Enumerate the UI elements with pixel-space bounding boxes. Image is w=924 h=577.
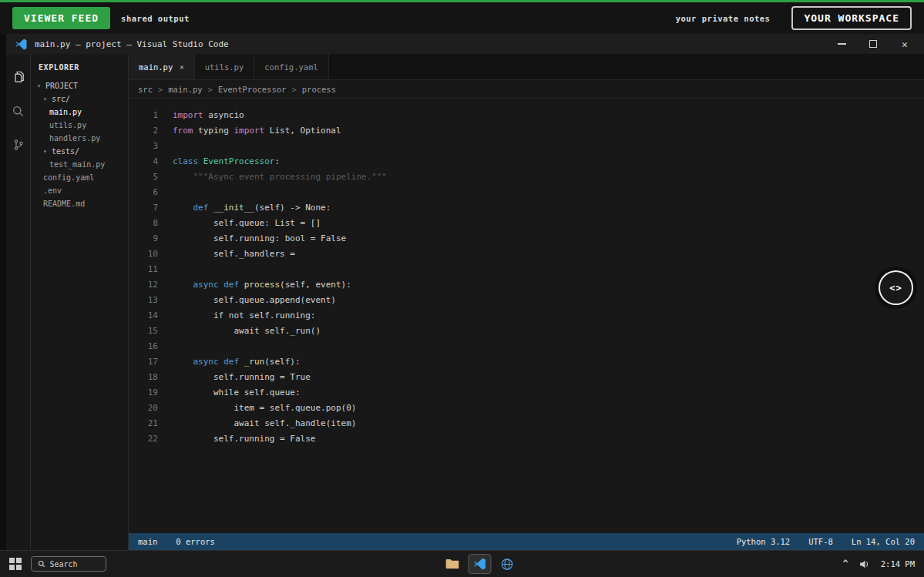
taskbar-app-icons — [445, 551, 513, 577]
tree-item-label: PROJECT — [45, 82, 78, 90]
code-text: def __init__(self) -> None: — [173, 200, 331, 216]
tab-label: main.py — [139, 62, 173, 72]
status-ln-14-col-20[interactable]: Ln 14, Col 20 — [852, 537, 915, 546]
line-number: 20 — [129, 401, 158, 416]
viewer-feed-button[interactable]: VIEWER FEED — [12, 7, 110, 29]
breadcrumb-item-process[interactable]: process — [302, 85, 336, 94]
status-utf-8[interactable]: UTF-8 — [808, 537, 833, 546]
breadcrumb-item-src[interactable]: src — [138, 85, 153, 94]
code-text: self.running: bool = False — [173, 231, 346, 247]
taskbar: Search ^ 2:14 PM — [0, 550, 924, 577]
code-line: 12 async def process(self, event): — [129, 277, 924, 293]
volume-icon[interactable] — [859, 559, 870, 569]
chevron-down-icon: ▾ — [43, 96, 52, 102]
breadcrumb-item-eventprocessor[interactable]: EventProcessor — [218, 85, 287, 94]
explorer-icon[interactable] — [11, 69, 26, 85]
line-number: 22 — [129, 431, 158, 447]
line-number: 17 — [129, 354, 158, 370]
editor-tabbar: main.py✕utils.pyconfig.yaml — [129, 54, 924, 80]
code-overlay-toggle-button[interactable]: <> — [879, 270, 913, 305]
code-line: 8 self.queue: List = [] — [129, 216, 924, 231]
status-bar: main0 errors Python 3.12UTF-8Ln 14, Col … — [129, 533, 924, 550]
maximize-button[interactable] — [868, 39, 879, 49]
code-text: if not self.running: — [173, 308, 315, 324]
tree-item-label: tests/ — [52, 147, 79, 156]
status-0-errors[interactable]: 0 errors — [176, 537, 215, 546]
code-line: 22 self.running = False — [129, 431, 924, 447]
code-line: 13 self.queue.append(event) — [129, 293, 924, 308]
tree-item-main-py[interactable]: main.py — [31, 106, 128, 119]
code-text: async def process(self, event): — [173, 277, 351, 293]
source-control-icon[interactable] — [11, 137, 26, 153]
taskbar-clock[interactable]: 2:14 PM — [881, 559, 915, 569]
tree-item-utils-py[interactable]: utils.py — [31, 119, 128, 132]
code-text: await self._run() — [173, 324, 321, 339]
line-number: 6 — [129, 185, 158, 200]
search-icon — [38, 560, 45, 568]
code-lines: 1import asyncio2from typing import List,… — [129, 108, 924, 447]
tree-item-project[interactable]: ▾PROJECT — [31, 79, 128, 92]
chevron-down-icon: ▾ — [43, 148, 52, 155]
explorer-header: EXPLORER — [31, 63, 128, 79]
code-line: 2from typing import List, Optional — [129, 123, 924, 139]
vscode-taskbar-icon[interactable] — [468, 554, 491, 574]
line-number: 8 — [129, 216, 158, 231]
code-text: while self.queue: — [173, 385, 301, 401]
tree-item-handlers-py[interactable]: handlers.py — [31, 132, 128, 145]
chevron-down-icon: ▾ — [37, 82, 45, 89]
status-left-group: main0 errors — [138, 537, 215, 546]
status-main[interactable]: main — [138, 537, 157, 546]
tab-config-yaml[interactable]: config.yaml — [254, 54, 329, 79]
line-number: 21 — [129, 416, 158, 431]
tree-item-test-main-py[interactable]: test_main.py — [31, 158, 128, 171]
tab-label: config.yaml — [264, 62, 318, 72]
tab-main-py[interactable]: main.py✕ — [129, 54, 195, 79]
code-line: 15 await self._run() — [129, 324, 924, 339]
code-line: 16 — [129, 339, 924, 354]
line-number: 11 — [129, 262, 158, 277]
tree-item-env[interactable]: .env — [31, 184, 128, 197]
your-workspace-button[interactable]: YOUR WORKSPACE — [791, 6, 912, 30]
code-line: 11 — [129, 262, 924, 277]
tree-item-tests[interactable]: ▾tests/ — [31, 145, 128, 158]
close-icon[interactable]: ✕ — [180, 63, 183, 71]
tab-label: utils.py — [205, 62, 244, 72]
search-icon[interactable] — [11, 103, 26, 119]
code-line: 9 self.running: bool = False — [129, 231, 924, 247]
code-text: self.queue: List = [] — [173, 216, 321, 231]
minimize-button[interactable] — [836, 39, 847, 49]
browser-globe-icon[interactable] — [500, 558, 513, 571]
taskbar-search-input[interactable]: Search — [31, 556, 106, 572]
line-number: 3 — [129, 139, 158, 154]
tree-item-label: test_main.py — [49, 160, 105, 169]
tray-expand-button[interactable]: ^ — [843, 559, 848, 569]
activity-bar — [6, 54, 31, 550]
session-toolbar: VIEWER FEED shared output your private n… — [0, 0, 924, 34]
window-controls: ✕ — [836, 39, 915, 49]
status-python-3-12[interactable]: Python 3.12 — [737, 537, 791, 546]
tree-item-label: main.py — [49, 108, 82, 116]
tree-item-readme-md[interactable]: README.md — [31, 197, 128, 210]
line-number: 2 — [129, 123, 158, 139]
code-line: 19 while self.queue: — [129, 385, 924, 401]
tree-item-label: config.yaml — [43, 173, 94, 182]
code-line: 10 self._handlers = — [129, 247, 924, 262]
line-number: 10 — [129, 247, 158, 262]
code-text: """Async event processing pipeline.""" — [173, 169, 387, 185]
tree-item-src[interactable]: ▾src/ — [31, 92, 128, 106]
code-text: from typing import List, Optional — [173, 123, 341, 139]
code-line: 3 — [129, 139, 924, 154]
tree-item-label: .env — [43, 186, 62, 195]
tree-item-config-yaml[interactable]: config.yaml — [31, 171, 128, 184]
file-tree: ▾PROJECT▾src/main.pyutils.pyhandlers.py▾… — [31, 79, 128, 210]
shared-output-label: shared output — [121, 14, 190, 23]
line-number: 12 — [129, 277, 158, 293]
tab-utils-py[interactable]: utils.py — [195, 54, 255, 79]
code-line: 7 def __init__(self) -> None: — [129, 200, 924, 216]
start-button[interactable] — [9, 558, 22, 570]
folder-icon[interactable] — [445, 558, 459, 570]
code-editor[interactable]: 1import asyncio2from typing import List,… — [129, 99, 924, 533]
breadcrumb-item-main-py[interactable]: main.py — [168, 85, 202, 94]
editor-area: main.py✕utils.pyconfig.yaml src>main.py>… — [129, 54, 924, 550]
close-button[interactable]: ✕ — [899, 39, 910, 49]
